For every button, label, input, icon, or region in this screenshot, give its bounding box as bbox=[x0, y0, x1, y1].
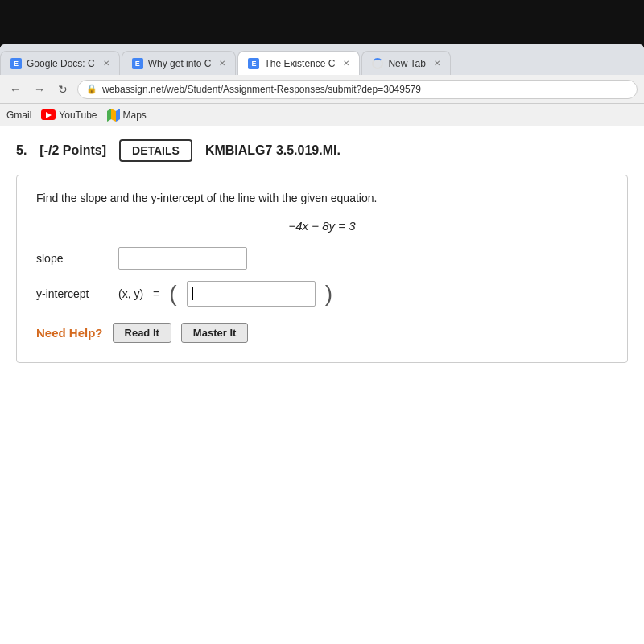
camera-bar bbox=[0, 0, 644, 48]
lock-icon: 🔒 bbox=[86, 84, 97, 94]
slope-row: slope bbox=[36, 247, 608, 270]
tab-label-new-tab: New Tab bbox=[388, 58, 425, 69]
details-button[interactable]: DETAILS bbox=[119, 139, 192, 162]
tab-label-the-existence: The Existence C bbox=[264, 58, 335, 69]
browser-window: E Google Docs: C ✕ E Why get into C ✕ E … bbox=[0, 44, 644, 644]
tab-close-why-get-into[interactable]: ✕ bbox=[219, 59, 225, 68]
tab-close-google-docs[interactable]: ✕ bbox=[103, 59, 109, 68]
cursor-bar bbox=[192, 287, 193, 300]
question-text: Find the slope and the y-intercept of th… bbox=[36, 192, 608, 204]
tab-the-existence[interactable]: E The Existence C ✕ bbox=[237, 51, 360, 75]
slope-label: slope bbox=[36, 252, 109, 265]
url-text: webassign.net/web/Student/Assignment-Res… bbox=[102, 84, 421, 95]
gmail-label: Gmail bbox=[6, 109, 31, 121]
youtube-play-triangle bbox=[46, 112, 52, 118]
left-paren: ( bbox=[169, 283, 176, 305]
equation: −4x − 8y = 3 bbox=[36, 219, 608, 233]
forward-button[interactable]: → bbox=[31, 81, 48, 97]
equals-sign: = bbox=[153, 287, 159, 300]
question-box: Find the slope and the y-intercept of th… bbox=[16, 175, 628, 363]
master-it-button[interactable]: Master It bbox=[181, 323, 248, 343]
read-it-button[interactable]: Read It bbox=[113, 323, 171, 343]
question-number: 5. bbox=[16, 143, 27, 158]
right-paren: ) bbox=[325, 283, 332, 305]
the-existence-favicon: E bbox=[248, 58, 259, 69]
y-intercept-input-wrapper[interactable] bbox=[187, 281, 316, 307]
question-code: KMBIALG7 3.5.019.MI. bbox=[205, 143, 341, 158]
tab-label-why-get-into: Why get into C bbox=[148, 58, 212, 69]
maps-icon bbox=[107, 109, 120, 122]
y-intercept-label: y-intercept bbox=[36, 287, 109, 300]
bookmark-youtube[interactable]: YouTube bbox=[41, 109, 97, 121]
youtube-label: YouTube bbox=[59, 109, 97, 121]
tab-why-get-into[interactable]: E Why get into C ✕ bbox=[122, 51, 237, 75]
bookmarks-bar: Gmail YouTube Maps bbox=[0, 104, 644, 126]
new-tab-spinner bbox=[372, 58, 383, 69]
tab-new-tab[interactable]: New Tab ✕ bbox=[361, 51, 450, 75]
y-intercept-row: y-intercept (x, y) = ( ) bbox=[36, 281, 608, 307]
google-docs-favicon: E bbox=[10, 58, 22, 69]
back-button[interactable]: ← bbox=[6, 81, 24, 97]
maps-label: Maps bbox=[123, 109, 147, 121]
slope-input[interactable] bbox=[118, 247, 247, 270]
help-row: Need Help? Read It Master It bbox=[36, 323, 608, 343]
tab-label-google-docs: Google Docs: C bbox=[27, 58, 95, 69]
bookmark-maps[interactable]: Maps bbox=[107, 109, 147, 122]
tab-bar: E Google Docs: C ✕ E Why get into C ✕ E … bbox=[0, 44, 644, 75]
reload-button[interactable]: ↻ bbox=[55, 81, 71, 97]
address-bar-row: ← → ↻ 🔒 webassign.net/web/Student/Assign… bbox=[0, 75, 644, 104]
question-header: 5. [-/2 Points] DETAILS KMBIALG7 3.5.019… bbox=[16, 139, 628, 162]
need-help-label: Need Help? bbox=[36, 326, 103, 340]
why-get-into-favicon: E bbox=[132, 58, 143, 69]
bookmark-gmail[interactable]: Gmail bbox=[6, 109, 31, 121]
xy-label: (x, y) bbox=[118, 287, 143, 300]
tab-close-the-existence[interactable]: ✕ bbox=[343, 59, 349, 68]
youtube-icon bbox=[41, 109, 56, 120]
page-content: 5. [-/2 Points] DETAILS KMBIALG7 3.5.019… bbox=[0, 126, 644, 644]
address-bar[interactable]: 🔒 webassign.net/web/Student/Assignment-R… bbox=[77, 80, 638, 99]
tab-google-docs[interactable]: E Google Docs: C ✕ bbox=[0, 51, 120, 75]
y-intercept-input[interactable] bbox=[196, 287, 293, 300]
tab-close-new-tab[interactable]: ✕ bbox=[434, 59, 440, 68]
points-label: [-/2 Points] bbox=[39, 143, 106, 158]
